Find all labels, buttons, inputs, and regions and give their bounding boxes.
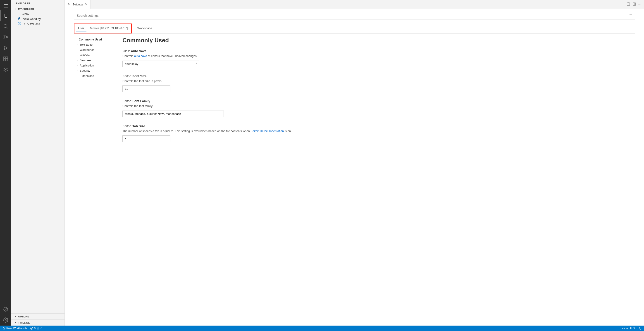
editor-tab-settings[interactable]: Settings ✕ [65,0,90,8]
activity-bar [0,0,11,326]
auto-save-select[interactable]: afterDelay [122,61,199,67]
auto-save-link[interactable]: auto save [134,54,147,58]
chevron-down-icon [14,7,17,11]
status-bell-icon[interactable] [638,327,642,330]
svg-point-15 [5,308,6,309]
sidebar-more-icon[interactable]: ⋯ [59,2,62,5]
scope-tab-workspace[interactable]: Workspace [135,25,154,31]
tree-extensions[interactable]: Extensions [74,73,111,78]
activity-source-control[interactable] [0,32,11,42]
chevron-right-icon [76,43,79,46]
split-json-icon[interactable] [626,2,630,6]
setting-font-family: Editor: Font Family Controls the font fa… [122,99,635,117]
tree-text-editor[interactable]: Text Editor [74,42,111,47]
editor-area: Settings ✕ ⋯ User Remote [18.221.63.185:… [65,0,644,326]
svg-rect-26 [627,3,630,5]
chevron-right-icon [14,321,17,324]
editor-tab-label: Settings [72,3,83,6]
svg-point-24 [69,3,70,4]
scope-highlight-box: User Remote [18.221.63.185:8787] [74,23,132,33]
file-row-hello-world[interactable]: hello-world.py [11,16,64,21]
chevron-right-icon [18,12,21,15]
outline-panel[interactable]: OUTLINE [11,313,64,320]
settings-tree: Commonly Used Text Editor Workbench Wind… [74,37,113,149]
svg-line-4 [6,27,8,28]
detect-indent-link[interactable]: Editor: Detect Indentation [250,129,284,133]
status-bar: Posit Workbench 0 0 Layout: U.S. [0,326,644,331]
tab-size-input[interactable] [122,135,170,142]
activity-explorer[interactable] [0,10,11,21]
status-home[interactable]: Posit Workbench [2,327,27,330]
timeline-panel[interactable]: TIMELINE [11,320,64,326]
setting-tab-size: Editor: Tab Size The number of spaces a … [122,124,635,142]
chevron-right-icon [14,315,17,318]
python-file-icon [18,17,21,20]
tree-commonly-used[interactable]: Commonly Used [74,37,111,42]
font-family-input[interactable] [122,111,224,117]
scope-tab-remote[interactable]: Remote [18.221.63.185:8787] [86,25,130,31]
chevron-right-icon [76,64,79,67]
tree-application[interactable]: Application [74,63,111,68]
svg-marker-8 [4,46,8,50]
svg-rect-12 [4,59,6,61]
activity-posit-icon[interactable] [0,64,11,75]
svg-point-3 [4,24,7,27]
project-header[interactable]: MY-PROJECT [11,6,64,11]
split-editor-icon[interactable] [632,2,636,6]
status-layout[interactable]: Layout: U.S. [620,327,636,330]
file-row-readme[interactable]: README.md [11,21,64,26]
svg-point-25 [68,4,69,5]
tree-features[interactable]: Features [74,58,111,63]
activity-search[interactable] [0,21,11,32]
setting-auto-save: Files: Auto Save Controls auto save of e… [122,49,635,67]
menu-icon[interactable] [0,2,11,10]
chevron-right-icon [76,48,79,51]
activity-settings[interactable] [0,315,11,326]
tree-workbench[interactable]: Workbench [74,47,111,52]
info-file-icon [18,22,21,25]
svg-point-19 [19,23,20,23]
chevron-right-icon [76,53,79,57]
activity-extensions[interactable] [0,53,11,64]
explorer-sidebar: EXPLORER ⋯ MY-PROJECT .venv hello-worl [11,0,65,326]
chevron-right-icon [76,59,79,62]
setting-font-size: Editor: Font Size Controls the font size… [122,74,635,92]
chevron-right-icon [76,74,79,77]
settings-search-input[interactable] [74,12,635,19]
font-size-input[interactable] [122,85,170,92]
svg-point-16 [5,320,6,321]
svg-rect-11 [6,57,8,58]
status-problems[interactable]: 0 0 [30,327,42,330]
svg-point-7 [6,37,8,38]
svg-point-5 [4,35,5,36]
svg-rect-10 [4,57,6,58]
sidebar-title: EXPLORER [16,2,30,5]
scope-tab-user[interactable]: User [76,25,86,31]
activity-run-debug[interactable] [0,42,11,53]
svg-rect-13 [6,59,8,61]
filter-icon[interactable] [629,13,633,18]
close-icon[interactable]: ✕ [85,2,88,6]
tree-window[interactable]: Window [74,52,111,58]
settings-heading: Commonly Used [122,37,635,44]
settings-tab-icon [68,2,70,6]
svg-point-6 [4,38,5,39]
tree-security[interactable]: Security [74,68,111,73]
more-actions-icon[interactable]: ⋯ [638,3,641,6]
activity-accounts[interactable] [0,304,11,315]
file-row-venv[interactable]: .venv [11,11,64,16]
chevron-right-icon [76,69,79,72]
svg-point-23 [68,3,69,3]
